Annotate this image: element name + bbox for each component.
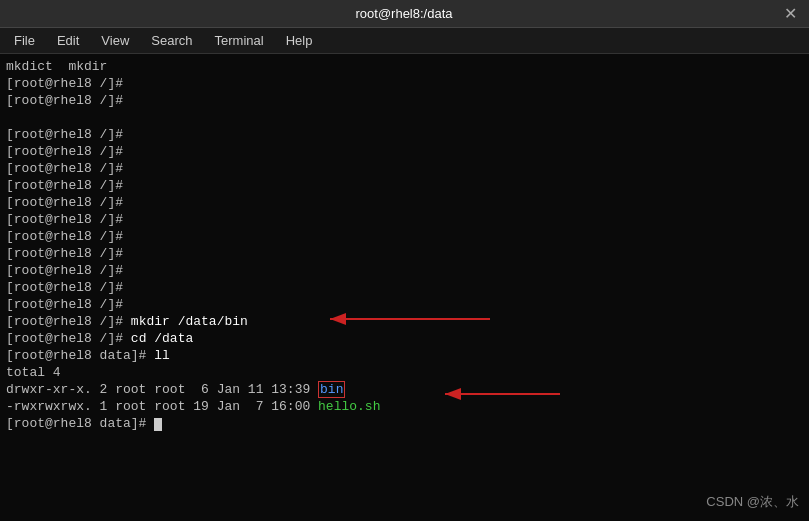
terminal-line: drwxr-xr-x. 2 root root 6 Jan 11 13:39 b…: [6, 381, 803, 398]
terminal-line: [root@rhel8 /]#: [6, 228, 803, 245]
terminal-line: [root@rhel8 /]# cd /data: [6, 330, 803, 347]
close-button[interactable]: ✕: [780, 4, 801, 23]
terminal-line: [6, 109, 803, 126]
window-title: root@rhel8:/data: [28, 6, 780, 21]
terminal-line: total 4: [6, 364, 803, 381]
terminal-line: [root@rhel8 /]#: [6, 211, 803, 228]
terminal-line: [root@rhel8 /]#: [6, 177, 803, 194]
terminal-line: [root@rhel8 data]#: [6, 415, 803, 432]
terminal-line: [root@rhel8 /]#: [6, 262, 803, 279]
menu-item-edit[interactable]: Edit: [47, 31, 89, 50]
titlebar: root@rhel8:/data ✕: [0, 0, 809, 28]
terminal-line: [root@rhel8 /]#: [6, 92, 803, 109]
terminal-output: mkdict mkdir[root@rhel8 /]#[root@rhel8 /…: [6, 58, 803, 432]
terminal-line: [root@rhel8 /]#: [6, 143, 803, 160]
terminal-line: [root@rhel8 /]#: [6, 160, 803, 177]
watermark: CSDN @浓、水: [706, 493, 799, 511]
terminal-line: [root@rhel8 data]# ll: [6, 347, 803, 364]
menu-item-help[interactable]: Help: [276, 31, 323, 50]
menu-item-file[interactable]: File: [4, 31, 45, 50]
terminal-line: [root@rhel8 /]#: [6, 279, 803, 296]
terminal-line: [root@rhel8 /]#: [6, 126, 803, 143]
terminal-line: [root@rhel8 /]#: [6, 194, 803, 211]
terminal-line: mkdict mkdir: [6, 58, 803, 75]
menu-item-terminal[interactable]: Terminal: [205, 31, 274, 50]
terminal-line: -rwxrwxrwx. 1 root root 19 Jan 7 16:00 h…: [6, 398, 803, 415]
menu-item-search[interactable]: Search: [141, 31, 202, 50]
terminal[interactable]: mkdict mkdir[root@rhel8 /]#[root@rhel8 /…: [0, 54, 809, 521]
terminal-line: [root@rhel8 /]#: [6, 296, 803, 313]
terminal-line: [root@rhel8 /]# mkdir /data/bin: [6, 313, 803, 330]
terminal-line: [root@rhel8 /]#: [6, 75, 803, 92]
menu-item-view[interactable]: View: [91, 31, 139, 50]
menubar: FileEditViewSearchTerminalHelp: [0, 28, 809, 54]
terminal-line: [root@rhel8 /]#: [6, 245, 803, 262]
